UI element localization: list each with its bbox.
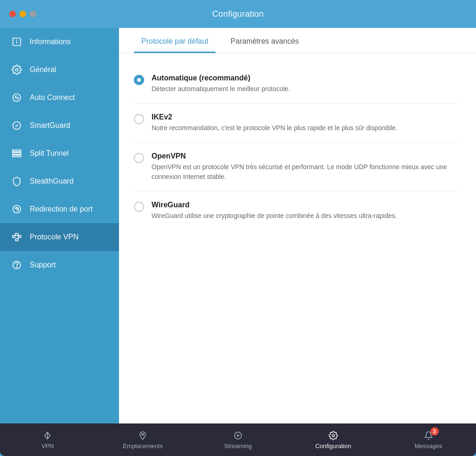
protocol-text-ikev2: IKEv2 Notre recommandation, c'est le pro… [152,113,461,133]
minimize-button[interactable] [20,11,26,17]
sidebar-item-informations[interactable]: Informations [0,28,119,56]
protocol-item-openvpn[interactable]: OpenVPN OpenVPN est un protocole VPN trè… [134,143,461,192]
svg-rect-14 [19,235,21,238]
nav-label-messages: Messages [415,443,442,449]
protocol-item-ikev2[interactable]: IKEv2 Notre recommandation, c'est le pro… [134,104,461,143]
sidebar-item-support[interactable]: Support [0,251,119,279]
protocol-name-ikev2: IKEv2 [152,113,461,121]
network-icon [11,231,22,243]
protocol-text-wireguard: WireGuard WireGuard utilise une cryptogr… [152,201,461,221]
protocol-list: Automatique (recommandé) Détecter automa… [119,53,476,423]
main-layout: Informations Général Auto Connect SmartG… [0,28,476,423]
link-icon [11,92,22,103]
play-icon [233,430,243,441]
sidebar-label-auto-connect: Auto Connect [30,93,75,102]
sidebar-item-general[interactable]: Général [0,56,119,84]
protocol-text-automatique: Automatique (recommandé) Détecter automa… [152,74,461,94]
info-icon [11,36,22,47]
protocol-item-automatique[interactable]: Automatique (recommandé) Détecter automa… [134,65,461,104]
radio-openvpn[interactable] [134,153,144,163]
protocol-desc-automatique: Détecter automatiquement le meilleur pro… [152,84,461,94]
tab-protocole-defaut[interactable]: Protocole par défaut [134,28,216,53]
tab-parametres-avances[interactable]: Paramètres avancés [223,28,306,53]
sidebar-label-port-redirect: Redirection de port [30,205,93,213]
nav-item-messages[interactable]: 3 Messages [381,423,476,456]
nav-label-configuration: Configuration [315,443,351,449]
svg-point-22 [142,433,144,435]
sidebar-label-split-tunnel: Split Tunnel [30,149,69,158]
nav-label-streaming: Streaming [224,443,251,449]
sidebar-label-general: Général [30,66,56,74]
messages-badge: 3 [430,427,439,436]
sidebar-label-support: Support [30,261,56,269]
nav-item-streaming[interactable]: Streaming [191,423,286,456]
svg-rect-13 [15,239,18,241]
svg-line-17 [18,237,19,240]
protocol-desc-wireguard: WireGuard utilise une cryptographie de p… [152,211,461,221]
protocol-name-automatique: Automatique (recommandé) [152,74,461,82]
svg-point-25 [332,434,334,436]
sidebar-item-stealthguard[interactable]: StealthGuard [0,167,119,195]
shield-icon [11,176,22,187]
smartguard-icon [11,120,22,131]
sidebar-item-protocole-vpn[interactable]: Protocole VPN [0,223,119,251]
tabs-bar: Protocole par défaut Paramètres avancés [119,28,476,53]
nav-label-vpn: VPN [41,443,54,449]
vpn-icon [42,430,53,441]
radio-automatique[interactable] [134,75,144,85]
svg-rect-12 [15,233,18,236]
window-title: Configuration [212,9,264,19]
sidebar-label-informations: Informations [30,38,71,46]
sidebar-label-smartguard: SmartGuard [30,121,70,130]
nav-item-emplacements[interactable]: Emplacements [95,423,191,456]
svg-point-3 [15,68,18,71]
window-controls [9,11,36,17]
settings-icon [328,430,338,441]
svg-point-19 [17,267,17,267]
sidebar-item-port-redirect[interactable]: Redirection de port [0,195,119,223]
location-icon [138,430,148,441]
sidebar-item-smartguard[interactable]: SmartGuard [0,112,119,139]
svg-line-16 [18,234,19,237]
nav-item-configuration[interactable]: Configuration [285,423,381,456]
close-button[interactable] [9,11,16,17]
svg-rect-7 [13,150,21,152]
svg-marker-24 [237,434,239,437]
maximize-button[interactable] [30,11,36,17]
protocol-name-openvpn: OpenVPN [152,152,461,160]
content-area: Protocole par défaut Paramètres avancés … [119,28,476,423]
refresh-icon [11,204,22,215]
nav-label-emplacements: Emplacements [123,443,163,449]
bottom-nav: VPN Emplacements Streaming Configuration… [0,423,476,456]
svg-rect-9 [13,155,21,157]
svg-rect-11 [13,235,15,238]
sidebar-label-stealthguard: StealthGuard [30,177,73,185]
gear-icon [11,64,22,75]
help-icon [11,259,22,271]
radio-ikev2[interactable] [134,114,144,124]
protocol-desc-openvpn: OpenVPN est un protocole VPN très sécuri… [152,162,461,182]
protocol-text-openvpn: OpenVPN OpenVPN est un protocole VPN trè… [152,152,461,182]
svg-rect-8 [13,152,21,154]
title-bar: Configuration [0,0,476,28]
split-icon [11,148,22,159]
protocol-item-wireguard[interactable]: WireGuard WireGuard utilise une cryptogr… [134,192,461,230]
nav-item-vpn[interactable]: VPN [0,423,95,456]
sidebar-item-auto-connect[interactable]: Auto Connect [0,84,119,112]
protocol-desc-ikev2: Notre recommandation, c'est le protocole… [152,123,461,133]
radio-wireguard[interactable] [134,202,144,212]
protocol-name-wireguard: WireGuard [152,201,461,209]
sidebar-item-split-tunnel[interactable]: Split Tunnel [0,139,119,167]
sidebar-label-protocole-vpn: Protocole VPN [30,233,79,241]
sidebar: Informations Général Auto Connect SmartG… [0,28,119,423]
